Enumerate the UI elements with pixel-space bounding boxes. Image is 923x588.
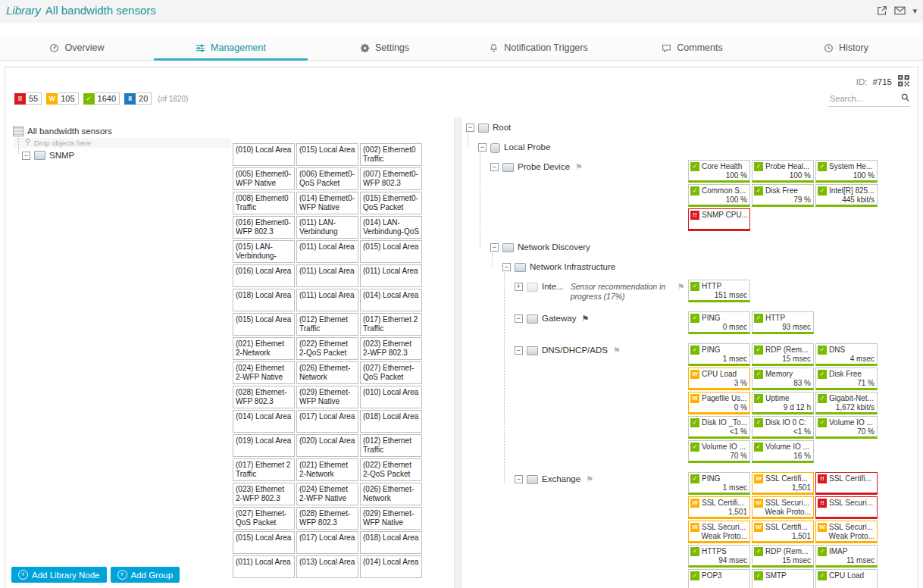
collapse-icon[interactable]: − (515, 314, 523, 323)
library-sensor-item[interactable]: (010) Local Area (360, 386, 422, 408)
library-sensor-item[interactable]: (010) Local Area (233, 143, 295, 166)
library-sensor-item[interactable]: (014) Ethernet0-WFP Native (296, 192, 358, 214)
sensor-ping[interactable]: ✓PING1 msec (688, 343, 750, 366)
library-sensor-item[interactable]: (027) Ethernet-QoS Packet (233, 507, 295, 530)
library-sensor-item[interactable]: (013) Local Area (296, 555, 358, 578)
library-sensor-item[interactable]: (017) Local Area (296, 410, 358, 433)
sensor-ssl-securi[interactable]: WSSL Securi...Weak Proto... (688, 521, 750, 543)
library-sensor-item[interactable]: (021) Ethernet 2-Network (296, 458, 358, 481)
library-sensor-item[interactable]: (015) Local Area (233, 531, 295, 554)
sensor-pop3[interactable]: ✓POP3 (688, 569, 750, 588)
sensor-imap[interactable]: ✓IMAP11 msec (815, 545, 878, 568)
library-sensor-item[interactable]: (012) Ethernet Traffic (296, 313, 358, 336)
library-sensor-item[interactable]: (005) Ethernet0-WFP Native (233, 167, 295, 190)
qr-code-icon[interactable] (897, 74, 910, 89)
sensor-common-s[interactable]: ✓Common S...100 % (688, 184, 750, 207)
library-sensor-item[interactable]: (008) Ethernet0 Traffic (233, 192, 295, 214)
library-sensor-item[interactable]: (002) Ethernet0 Traffic (360, 143, 422, 166)
sensor-memory[interactable]: ✓Memory83 % (752, 368, 814, 390)
sensor-gigabit-net[interactable]: ✓Gigabit-Net...1,672 kbit/s (815, 392, 878, 414)
status-badge-paused[interactable]: II20 (124, 92, 152, 105)
library-sensor-item[interactable]: (019) Local Area (233, 434, 295, 457)
sensor-rdp-rem[interactable]: ✓RDP (Rem...15 msec (752, 343, 814, 366)
sensor-ping[interactable]: ✓PING0 msec (688, 311, 750, 334)
tab-management[interactable]: Management (154, 36, 308, 60)
library-sensor-item[interactable]: (007) Ethernet0-WFP 802.3 (360, 167, 422, 190)
library-sensor-item[interactable]: (024) Ethernet 2-WFP Native (233, 361, 295, 384)
library-sensor-item[interactable]: (027) Ethernet-QoS Packet (360, 361, 422, 384)
tab-overview[interactable]: Overview (0, 36, 154, 60)
library-sensor-item[interactable]: (015) Local Area (296, 143, 358, 166)
collapse-icon[interactable]: − (490, 163, 499, 171)
tree-node-network-discovery[interactable]: −Network Discovery (465, 240, 688, 252)
tree-node-gateway[interactable]: −Gateway⚑ (465, 311, 688, 324)
sensor-http[interactable]: ✓HTTP151 msec (688, 280, 750, 302)
library-sensor-item[interactable]: (018) Local Area (233, 289, 295, 311)
library-sensor-item[interactable]: (014) Local Area (360, 555, 422, 578)
library-sensor-item[interactable]: (029) Ethernet-WFP Native (296, 386, 358, 408)
library-sensor-item[interactable]: (021) Ethernet 2-Network (233, 337, 295, 360)
sensor-disk-free[interactable]: ✓Disk Free71 % (815, 368, 878, 390)
library-sensor-item[interactable]: (026) Ethernet-Network (296, 361, 358, 384)
sensor-ssl-certifi[interactable]: WSSL Certifi...1,501 (752, 521, 814, 543)
sensor-ssl-securi[interactable]: WSSL Securi...Weak Proto... (815, 521, 878, 543)
library-sensor-item[interactable]: (018) Local Area (360, 531, 422, 554)
library-sensor-item[interactable]: (011) Local Area (296, 240, 358, 263)
library-sensor-item[interactable]: (011) LAN-Verbindung (296, 216, 358, 239)
library-sensor-item[interactable]: (015) Local Area (360, 240, 422, 263)
library-sensor-item[interactable]: (029) Ethernet-WFP Native (360, 507, 422, 530)
tree-node-exchange[interactable]: −Exchange⚑ (465, 472, 688, 484)
library-sensor-item[interactable]: (011) Local Area (296, 264, 358, 287)
collapse-icon[interactable]: − (515, 346, 523, 355)
library-sensor-item[interactable]: (024) Ethernet 2-WFP Native (296, 483, 358, 505)
collapse-icon[interactable]: − (515, 475, 523, 483)
library-sensor-item[interactable]: (015) Ethernet0-QoS Packet (360, 192, 422, 214)
library-sensor-item[interactable]: (020) Local Area (296, 434, 358, 457)
collapse-icon[interactable]: − (466, 124, 474, 132)
library-sensor-item[interactable]: (011) Local Area (233, 555, 295, 578)
panel-divider[interactable] (454, 117, 462, 588)
library-sensor-item[interactable]: (028) Ethernet-WFP 802.3 (233, 386, 295, 408)
sensor-disk-free[interactable]: ✓Disk Free79 % (752, 184, 814, 207)
tab-history[interactable]: History (769, 36, 923, 60)
sensor-dns[interactable]: ✓DNS4 msec (815, 343, 878, 366)
sensor-ssl-certifi[interactable]: WSSL Certifi...1,501 (688, 496, 750, 519)
library-sensor-item[interactable]: (023) Ethernet 2-WFP 802.3 (233, 483, 295, 505)
sensor-ssl-certifi[interactable]: WSSL Certifi...1,501 (752, 472, 814, 495)
sensor-ssl-securi[interactable]: !!SSL Securi... (815, 496, 878, 519)
collapse-icon[interactable]: − (490, 243, 499, 252)
library-sensor-item[interactable]: (026) Ethernet-Network (360, 483, 422, 505)
drop-target[interactable]: Drop objects here (14, 138, 231, 148)
sensor-ping[interactable]: ✓PING1 msec (688, 472, 750, 495)
expand-icon[interactable]: + (515, 283, 523, 291)
library-sensor-item[interactable]: (017) Local Area (296, 531, 358, 554)
sensor-ssl-certifi[interactable]: !!SSL Certifi... (815, 472, 878, 495)
sensor-volume-io[interactable]: ✓Volume IO ...16 % (752, 440, 814, 463)
sensor-rdp-rem[interactable]: ✓RDP (Rem...15 msec (752, 545, 814, 568)
status-badge-ok[interactable]: ✓1640 (83, 92, 120, 105)
sensor-disk-io-to[interactable]: ✓Disk IO _To...<1 % (688, 416, 750, 439)
sensor-cpu-load[interactable]: ✓CPU Load (815, 569, 878, 588)
sensor-intel-r-825[interactable]: ✓Intel[R] 825...445 kbit/s (815, 184, 878, 207)
tree-node-network-infrastructure[interactable]: −Network Infrastructure (465, 260, 688, 272)
library-sensor-item[interactable]: (023) Ethernet 2-WFP 802.3 (360, 337, 422, 360)
library-sensor-item[interactable]: (011) Local Area (360, 264, 422, 287)
mail-icon[interactable] (894, 6, 906, 15)
library-sensor-item[interactable]: (016) Ethernet0-WFP 802.3 (233, 216, 295, 239)
tree-node-probe-device[interactable]: −Probe Device⚑ (465, 160, 688, 172)
library-sensor-item[interactable]: (012) Ethernet Traffic (360, 434, 422, 457)
tab-notification-triggers[interactable]: Notification Triggers (462, 36, 615, 60)
sensor-probe-heal[interactable]: ✓Probe Heal...100 % (752, 160, 814, 183)
search-input[interactable] (828, 93, 897, 104)
add-library-node-button[interactable]: + Add Library Node (11, 567, 107, 583)
sensor-snmp-cpu[interactable]: !!SNMP CPU... (688, 208, 750, 231)
library-node-snmp[interactable]: − SNMP (22, 149, 231, 161)
collapse-icon[interactable]: − (22, 152, 30, 160)
library-sensor-item[interactable]: (017) Ethernet 2 Traffic (233, 458, 295, 481)
library-sensor-item[interactable]: (015) LAN-Verbindung- (233, 240, 295, 263)
library-sensor-item[interactable]: (028) Ethernet-WFP 802.3 (296, 507, 358, 530)
tree-node-local-probe[interactable]: −Local Probe (465, 140, 688, 153)
search-icon[interactable] (900, 92, 910, 105)
sensor-pagefile-us[interactable]: WPagefile Us...0 % (688, 392, 750, 414)
caret-down-icon[interactable]: ▾ (912, 6, 917, 16)
